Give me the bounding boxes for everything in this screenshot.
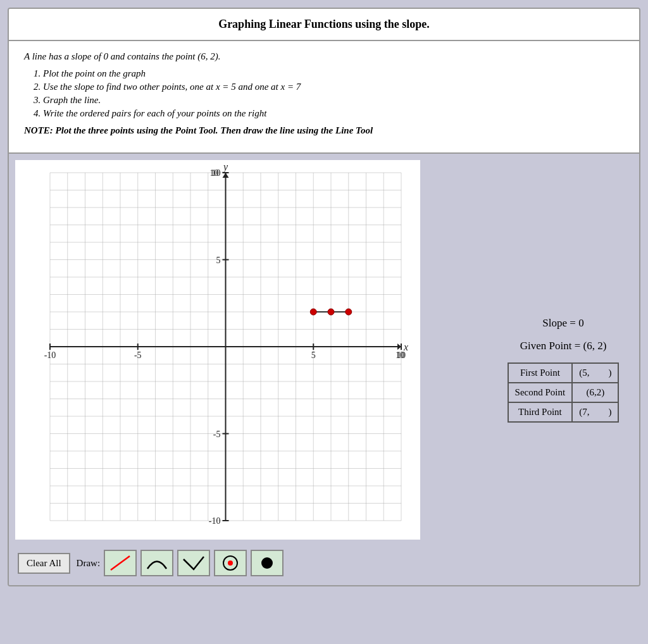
note-text: NOTE: Plot the three points using the Po…	[24, 125, 624, 136]
points-table: First Point (5, ) Second Point (6,	[508, 362, 620, 423]
arc-tool-button[interactable]	[140, 550, 173, 576]
line-tool-icon	[108, 553, 133, 573]
given-point-display: Given Point = (6, 2)	[520, 340, 607, 352]
check-tool-button[interactable]	[177, 550, 210, 576]
step-4: Write the ordered pairs for each of your…	[43, 108, 624, 119]
table-row: Third Point (7, )	[508, 402, 619, 422]
svg-point-2	[228, 560, 233, 566]
page-title: Graphing Linear Functions using the slop…	[218, 18, 430, 30]
content-area: Clear All Draw:	[9, 154, 639, 585]
second-point-value: (6,2)	[572, 383, 618, 402]
first-point-label: First Point	[508, 363, 573, 383]
step-3: Graph the line.	[43, 95, 624, 106]
intro-text: A line has a slope of 0 and contains the…	[24, 51, 624, 62]
svg-line-0	[111, 556, 130, 570]
line-tool-button[interactable]	[104, 550, 137, 576]
graph-canvas[interactable]	[15, 160, 420, 540]
third-point-value[interactable]: (7, )	[572, 402, 618, 422]
sidebar: Slope = 0 Given Point = (6, 2) First Poi…	[494, 160, 633, 579]
point-tool-icon	[254, 553, 280, 573]
circle-tool-button[interactable]	[214, 550, 247, 576]
arc-tool-icon	[144, 553, 170, 573]
instructions-panel: A line has a slope of 0 and contains the…	[9, 41, 639, 154]
slope-display: Slope = 0	[542, 317, 583, 330]
check-tool-icon	[181, 553, 206, 573]
toolbar: Clear All Draw:	[15, 547, 286, 579]
point-tool-button[interactable]	[251, 550, 284, 576]
graph-section: Clear All Draw:	[15, 160, 487, 579]
step-2: Use the slope to find two other points, …	[43, 82, 624, 92]
second-point-label: Second Point	[508, 383, 573, 402]
first-point-value[interactable]: (5, )	[572, 363, 618, 383]
table-row: First Point (5, )	[508, 363, 619, 383]
draw-label: Draw:	[77, 558, 101, 569]
graph-wrapper	[15, 160, 420, 540]
circle-tool-icon	[218, 553, 243, 573]
step-1: Plot the point on the graph	[43, 68, 624, 79]
title-bar: Graphing Linear Functions using the slop…	[9, 9, 639, 41]
first-point-y-input[interactable]	[589, 368, 608, 378]
third-point-y-input[interactable]	[589, 407, 608, 418]
clear-all-button[interactable]: Clear All	[18, 553, 70, 574]
table-row: Second Point (6,2)	[508, 383, 619, 402]
third-point-label: Third Point	[508, 402, 573, 422]
steps-list: Plot the point on the graph Use the slop…	[43, 68, 624, 119]
svg-point-3	[261, 557, 273, 569]
main-container: Graphing Linear Functions using the slop…	[8, 8, 640, 586]
